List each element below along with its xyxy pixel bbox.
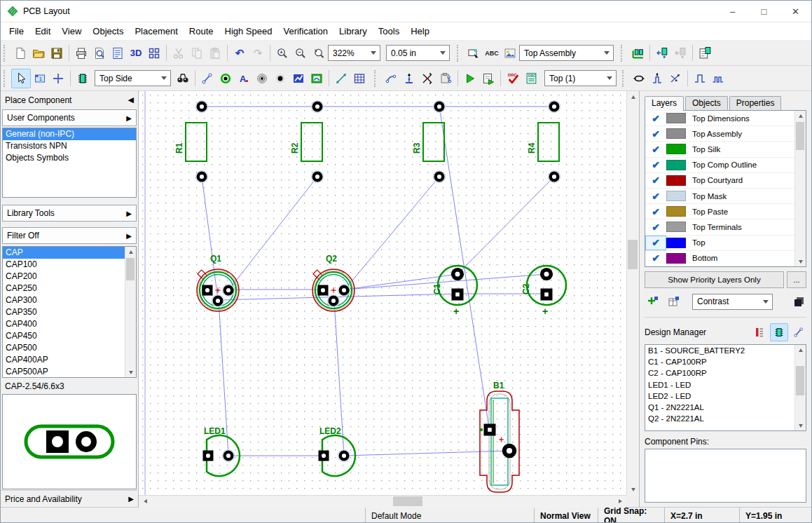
tab-objects[interactable]: Objects xyxy=(685,96,728,110)
scroll-down-icon[interactable] xyxy=(795,257,806,266)
checkmark-icon[interactable]: ✔ xyxy=(645,175,666,186)
layer-row[interactable]: ✔Top Assembly xyxy=(645,126,794,142)
canvas-horizontal-scrollbar[interactable] xyxy=(139,495,626,508)
layer-color-swatch[interactable] xyxy=(666,175,686,186)
phase-tuning-button[interactable] xyxy=(648,69,666,88)
layer-color-swatch[interactable] xyxy=(666,160,686,170)
toolbar-grip[interactable] xyxy=(457,45,462,62)
zoom-in-button[interactable] xyxy=(273,44,291,62)
measure-button[interactable] xyxy=(332,69,350,88)
toolbar-grip[interactable] xyxy=(621,45,626,62)
menu-placement[interactable]: Placement xyxy=(129,26,183,36)
place-pad-button[interactable] xyxy=(216,69,235,88)
add-layer-button[interactable] xyxy=(645,293,661,310)
panelizing-button[interactable] xyxy=(145,44,163,62)
design-component-item[interactable]: Q1 - 2N2221AL xyxy=(645,402,794,413)
layer-contrast-icon[interactable] xyxy=(791,294,806,309)
component-list-item[interactable]: CAP400AP xyxy=(3,354,125,366)
open-file-button[interactable] xyxy=(29,44,48,62)
scrollbar-thumb[interactable] xyxy=(796,366,804,395)
scroll-up-icon[interactable] xyxy=(795,345,806,355)
scrollbar-thumb[interactable] xyxy=(796,122,804,150)
pattern-array-button[interactable] xyxy=(350,69,369,88)
layer-setup-button[interactable] xyxy=(666,293,682,310)
component-list-item[interactable]: CAP400 xyxy=(3,318,125,330)
component-list-item[interactable]: CAP100 xyxy=(3,259,125,271)
grid-size-select[interactable]: 0.05 in xyxy=(386,45,450,61)
board-cutout-button[interactable] xyxy=(308,69,326,88)
toolbar-grip[interactable] xyxy=(374,70,379,87)
layer-row[interactable]: ✔Top Courtyard xyxy=(645,173,794,189)
library-item[interactable]: General (non-IPC) xyxy=(3,128,136,140)
update-from-schematic-button[interactable] xyxy=(653,44,671,62)
component-list-item[interactable]: CAP450 xyxy=(3,330,125,342)
checkmark-icon[interactable]: ✔ xyxy=(645,159,666,170)
contrast-select[interactable]: Contrast xyxy=(692,294,773,310)
place-via-button[interactable]: A xyxy=(235,69,253,88)
component-list-item[interactable]: CAP500 xyxy=(3,342,125,354)
default-mode-button[interactable] xyxy=(11,69,31,88)
route-curve-button[interactable] xyxy=(382,69,400,88)
component-list-item[interactable]: CAP250 xyxy=(3,283,125,294)
run-autorouter-button[interactable] xyxy=(461,69,479,88)
place-component-button[interactable] xyxy=(74,69,92,88)
checkmark-icon[interactable]: ✔ xyxy=(645,252,666,264)
component-pins-list[interactable] xyxy=(645,449,806,503)
design-component-item[interactable]: Q2 - 2N2221AL xyxy=(645,413,794,424)
differential-pair-button[interactable] xyxy=(630,69,648,88)
place-picture-button[interactable] xyxy=(501,44,519,62)
menu-library[interactable]: Library xyxy=(333,26,373,36)
save-button[interactable] xyxy=(48,44,66,62)
layer-color-swatch[interactable] xyxy=(666,222,686,232)
collapse-panel-icon[interactable]: ◀ xyxy=(128,95,134,104)
checkmark-icon[interactable]: ✔ xyxy=(645,191,666,202)
print-button[interactable] xyxy=(72,44,90,62)
find-component-button[interactable] xyxy=(174,69,192,88)
scroll-up-icon[interactable] xyxy=(627,92,639,102)
zoom-window-button[interactable] xyxy=(310,44,328,62)
scroll-up-icon[interactable] xyxy=(125,247,136,257)
menu-file[interactable]: File xyxy=(4,26,29,36)
show-priority-layers-button[interactable]: Show Priority Layers Only xyxy=(645,271,784,288)
component-list-scrollbar[interactable] xyxy=(125,247,136,377)
scroll-down-icon[interactable] xyxy=(795,421,806,430)
layer-row[interactable]: ✔Top Terminals xyxy=(645,219,794,235)
layer-color-swatch[interactable] xyxy=(666,113,686,123)
signal-layer-select[interactable]: Top (1) xyxy=(544,70,617,86)
route-trace-button[interactable] xyxy=(198,69,216,88)
layer-color-swatch[interactable] xyxy=(666,144,686,154)
minimize-icon[interactable]: – xyxy=(717,1,748,22)
place-through-pad-button[interactable] xyxy=(253,69,271,88)
pcb-canvas[interactable]: R1 R2 R3 R4 xyxy=(139,91,626,507)
single-pulse-button[interactable] xyxy=(691,69,709,88)
checkmark-icon[interactable]: ✔ xyxy=(645,222,666,233)
scroll-down-icon[interactable] xyxy=(125,367,136,377)
component-list-item[interactable]: CAP350 xyxy=(3,306,125,318)
design-component-item[interactable]: LED1 - LED xyxy=(645,379,794,390)
scroll-right-icon[interactable] xyxy=(615,496,625,506)
component-list-item[interactable]: CAP300 xyxy=(3,294,125,306)
new-file-button[interactable] xyxy=(11,44,29,62)
layer-row[interactable]: ✔Top Paste xyxy=(645,204,794,219)
layer-color-swatch[interactable] xyxy=(666,128,686,139)
toolbar-grip[interactable] xyxy=(4,45,8,62)
library-item[interactable]: Transistors NPN xyxy=(3,140,136,152)
tab-properties[interactable]: Properties xyxy=(729,96,782,110)
drc-report-button[interactable]: DRC xyxy=(522,69,540,88)
scrollbar-thumb[interactable] xyxy=(393,496,422,506)
edit-shapes-button[interactable] xyxy=(465,44,483,62)
close-icon[interactable]: ✕ xyxy=(780,1,811,22)
copy-button[interactable] xyxy=(188,44,206,62)
scroll-up-icon[interactable] xyxy=(795,111,806,121)
route-setup-button[interactable] xyxy=(436,69,455,88)
design-component-item[interactable]: B1 - SOURCE_BATTERY2 xyxy=(645,345,794,356)
menu-verification[interactable]: Verification xyxy=(277,26,333,36)
scrollbar-thumb[interactable] xyxy=(628,240,638,269)
layer-color-swatch[interactable] xyxy=(666,206,686,217)
place-text-button[interactable]: ABC xyxy=(483,44,501,62)
maximize-icon[interactable]: □ xyxy=(748,1,780,22)
layer-color-swatch[interactable] xyxy=(666,253,686,264)
layer-row[interactable]: ✔Top Silk xyxy=(645,142,794,157)
component-list-item[interactable]: CAP xyxy=(3,247,125,259)
scrollbar-thumb[interactable] xyxy=(126,258,135,280)
